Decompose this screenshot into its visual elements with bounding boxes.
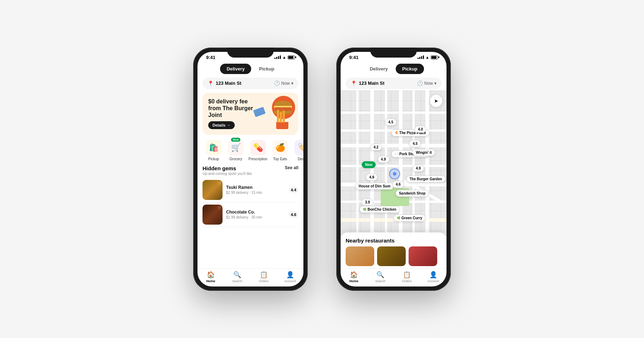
- time-label-2: Now: [424, 81, 433, 86]
- nearby-restaurant-image-1[interactable]: [346, 246, 374, 266]
- phone-1-notch: [227, 48, 274, 58]
- restaurant-chocolate-co[interactable]: ♡ Chocolate Co. $1.99 delivery · 30 min …: [203, 202, 298, 227]
- phone-2-screen: 9:41 ▲ Delivery: [341, 52, 447, 286]
- map-view[interactable]: ➤ 4.5 🍕 The Pizza Place 4.0 4.: [341, 90, 447, 268]
- nav-home-2[interactable]: 🏠 Home: [341, 271, 367, 283]
- phone-2-time: 9:41: [349, 55, 358, 60]
- nav-search[interactable]: 🔍 Search: [224, 271, 250, 283]
- chocolate-co-image: ♡: [203, 205, 223, 225]
- nav-account[interactable]: 👤 Account: [277, 271, 303, 283]
- home-icon-2: 🏠: [350, 271, 358, 279]
- map-pin-new[interactable]: New: [362, 161, 376, 168]
- promo-banner[interactable]: $0 delivery fee from The Burger Joint De…: [203, 93, 298, 135]
- location-arrow-icon: ➤: [434, 98, 438, 104]
- pickup-tab-2[interactable]: Pickup: [396, 64, 424, 74]
- map-pin-4-5b[interactable]: 4.5: [409, 140, 421, 147]
- category-deals[interactable]: 🏷️ Deals: [291, 140, 303, 161]
- nav-orders-label-2: Orders: [402, 279, 412, 283]
- map-pin-dim-sum[interactable]: House of Dim Sum: [355, 183, 394, 190]
- map-pin-4-9c[interactable]: 4.9: [366, 174, 377, 181]
- map-pin-4-2[interactable]: 4.2: [370, 144, 382, 151]
- chocolate-co-info: Chocolate Co. $1.99 delivery · 30 min: [226, 210, 285, 219]
- phone-2-status-icons: ▲: [418, 55, 438, 59]
- delivery-tab[interactable]: Delivery: [220, 64, 251, 74]
- category-grocery[interactable]: New 🛒 Grocery: [225, 140, 247, 161]
- category-pickup[interactable]: 🛍️ Pickup: [203, 140, 225, 161]
- favorite-icon[interactable]: ♡: [218, 181, 221, 186]
- phone-2-frame: 9:41 ▲ Delivery: [336, 48, 451, 291]
- account-icon: 👤: [286, 271, 294, 279]
- map-pin-4-0[interactable]: 4.0: [415, 126, 426, 133]
- phone-2-content: Delivery Pickup 📍 123 Main St 🕐 Now ▾: [341, 62, 447, 286]
- phone-2-bottom-nav: 🏠 Home 🔍 Search 📋 Orders 👤 Account: [341, 268, 447, 286]
- page-container: 9:41 ▲ Delivery: [0, 33, 644, 305]
- category-deals-label: Deals: [298, 157, 303, 161]
- pickup-tab[interactable]: Pickup: [253, 64, 281, 74]
- wifi-icon-2: ▲: [425, 55, 429, 59]
- restaurant-tsuki-ramen[interactable]: ♡ Tsuki Ramen $2.99 delivery · 15 min 4.…: [203, 178, 298, 202]
- phone-1-location-bar[interactable]: 📍 123 Main St 🕐 Now ▾: [203, 78, 298, 89]
- tsuki-ramen-image: ♡: [203, 180, 223, 200]
- nav-orders[interactable]: 📋 Orders: [250, 271, 277, 283]
- map-pin-4-6[interactable]: 4.6: [392, 181, 404, 188]
- time-selector[interactable]: 🕐 Now ▾: [274, 80, 293, 86]
- chevron-down-icon-2: ▾: [434, 81, 436, 86]
- nearby-restaurant-image-3[interactable]: [409, 246, 437, 266]
- category-list: 🛍️ Pickup New 🛒 Grocery 💊: [197, 137, 303, 164]
- nearby-restaurant-image-2[interactable]: [377, 246, 406, 266]
- nav-search-2[interactable]: 🔍 Search: [367, 271, 394, 283]
- tsuki-ramen-delivery: $2.99 delivery · 15 min: [226, 191, 285, 195]
- nav-home[interactable]: 🏠 Home: [197, 271, 224, 283]
- grocery-icon: 🛒: [231, 143, 241, 152]
- map-pin-3-9[interactable]: 3.9: [362, 199, 373, 206]
- nearby-restaurants-title: Nearby restaurants: [346, 237, 441, 244]
- phone-1-time: 9:41: [206, 55, 215, 60]
- tsuki-ramen-rating: 4.4: [289, 187, 298, 193]
- category-top-eats[interactable]: 🍊 Top Eats: [269, 140, 291, 161]
- chocolate-co-name: Chocolate Co.: [226, 210, 285, 215]
- search-icon: 🔍: [233, 271, 241, 279]
- time-selector-2[interactable]: 🕐 Now ▾: [417, 80, 436, 86]
- time-label: Now: [281, 81, 290, 86]
- phone-2-location-bar[interactable]: 📍 123 Main St 🕐 Now ▾: [346, 78, 441, 89]
- nav-account-2[interactable]: 👤 Account: [420, 271, 447, 283]
- wifi-icon: ▲: [282, 55, 286, 59]
- orders-icon-2: 📋: [403, 271, 411, 279]
- map-pin-4-5a[interactable]: 4.5: [385, 119, 396, 126]
- map-pin-4-9b[interactable]: 4.9: [413, 165, 424, 172]
- category-top-eats-label: Top Eats: [273, 157, 287, 161]
- hidden-gems-title: Hidden gems: [203, 165, 252, 171]
- phone-1-screen: 9:41 ▲ Delivery: [197, 52, 303, 286]
- category-prescription[interactable]: 💊 Prescription: [247, 140, 269, 161]
- category-pickup-label: Pickup: [208, 157, 219, 161]
- nav-search-label-2: Search: [375, 279, 386, 283]
- favorite-icon-2[interactable]: ♡: [218, 206, 221, 211]
- location-left: 📍 123 Main St: [208, 80, 241, 86]
- map-pin-green-curry[interactable]: 🌿 Green Curry: [394, 215, 425, 221]
- map-pin-sandwich-shop[interactable]: Sandwich Shop: [396, 190, 429, 197]
- deals-icon: 🏷️: [298, 143, 304, 152]
- signal-bars-icon-2: [418, 55, 424, 59]
- map-pin-boncho[interactable]: 🌿 BonCho Chicken: [360, 206, 400, 213]
- see-all-button[interactable]: See all: [285, 165, 298, 170]
- my-location-button[interactable]: ➤: [430, 95, 442, 107]
- phone-1-bottom-nav: 🏠 Home 🔍 Search 📋 Orders 👤 Account: [197, 268, 303, 286]
- nav-orders-2[interactable]: 📋 Orders: [394, 271, 420, 283]
- tsuki-ramen-info: Tsuki Ramen $2.99 delivery · 15 min: [226, 185, 285, 195]
- battery-icon: [288, 55, 295, 59]
- phone-2-notch: [370, 48, 417, 58]
- map-pin-burger-garden[interactable]: The Burger Garden: [406, 176, 445, 182]
- map-pin-wingin-it[interactable]: Wingin' it: [413, 149, 435, 156]
- map-pin-4-9a[interactable]: 4.9: [378, 156, 389, 163]
- phone-1-status-icons: ▲: [274, 55, 295, 59]
- chevron-down-icon: ▾: [291, 81, 293, 86]
- chocolate-co-rating: 4.6: [289, 211, 298, 218]
- promo-details-button[interactable]: Details →: [208, 121, 235, 129]
- location-pin-icon: 📍: [208, 80, 214, 86]
- delivery-tab-2[interactable]: Delivery: [363, 64, 394, 74]
- nav-search-label: Search: [232, 279, 243, 283]
- top-eats-icon: 🍊: [275, 143, 285, 152]
- category-prescription-label: Prescription: [249, 157, 268, 161]
- nav-home-label: Home: [206, 279, 215, 283]
- home-icon: 🏠: [207, 271, 215, 279]
